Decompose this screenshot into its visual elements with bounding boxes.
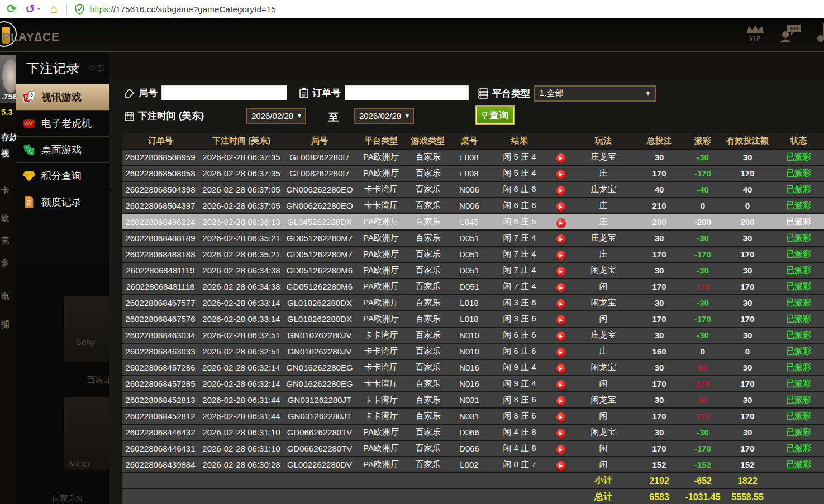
col-header-result: 结果	[489, 136, 550, 146]
col-header-valid: 有效投注额	[722, 136, 773, 146]
sidebar-item-video-games[interactable]: K♥9 视讯游戏	[16, 84, 109, 110]
grand-total-row: 总计6583-1031.455558.55	[122, 489, 824, 504]
table-header: 订单号 下注时间 (美东) 局号 平台类型 游戏类型 桌号 结果 玩法 总投注 …	[122, 133, 824, 148]
status-badge: 已派彩	[773, 281, 824, 292]
replay-button[interactable]: ▶	[556, 380, 566, 390]
status-badge: 已派彩	[773, 249, 824, 260]
platform-type-field: 平台类型 1.全部▼	[478, 85, 656, 102]
chevron-down-icon: ▼	[297, 113, 302, 119]
status-badge: 已派彩	[773, 346, 824, 357]
search-button[interactable]: ⚲查询	[475, 105, 515, 125]
replay-button[interactable]: ▶	[556, 461, 566, 471]
vip-crown-icon[interactable]: VIP	[746, 24, 765, 42]
back-icon[interactable]: ↺▼	[26, 2, 41, 16]
replay-button[interactable]: ▶	[556, 429, 566, 438]
replay-button[interactable]: ▶	[556, 251, 566, 260]
home-icon[interactable]: ⌂	[50, 2, 57, 16]
customer-service-icon[interactable]	[779, 23, 802, 42]
order-number-input[interactable]	[345, 85, 469, 100]
col-header-status: 状态	[773, 136, 824, 146]
calendar-icon	[125, 111, 134, 121]
replay-button[interactable]: ▶	[556, 186, 566, 195]
table-row: 2602280685089592026-02-28 06:37:35GL0082…	[122, 150, 824, 165]
music-note-icon[interactable]	[816, 23, 824, 42]
sidebar-item-points-query[interactable]: 积分查询	[16, 162, 109, 189]
chevron-down-icon: ▼	[645, 90, 651, 97]
filter-bar: 局号 订单号 平台类型 1.全部▼ 下注时间 (美东)	[109, 79, 824, 132]
date-to-select[interactable]: 2026/02/28▼	[354, 108, 414, 124]
table-row: 2602280684962242026-02-28 06:36:13GL0452…	[122, 214, 824, 229]
sidebar-item-label: 积分查询	[41, 169, 82, 183]
status-badge: 已派彩	[773, 443, 824, 454]
order-number-field: 订单号	[299, 85, 469, 100]
table-row: 2602280685043972026-02-28 06:37:05GN0062…	[122, 198, 824, 213]
to-label: 至	[328, 111, 339, 124]
status-badge: 已派彩	[773, 314, 824, 324]
replay-button[interactable]: ▶	[556, 348, 566, 357]
replay-button[interactable]: ▶	[556, 315, 566, 325]
replay-button[interactable]: ▶	[556, 445, 566, 454]
replay-button[interactable]: ▶	[556, 332, 566, 341]
replay-button[interactable]: ▶	[556, 267, 566, 276]
table-row: 2602280684630332026-02-28 06:32:51GN0102…	[122, 344, 824, 359]
table-body: 2602280685089592026-02-28 06:37:35GL0082…	[122, 150, 824, 504]
table-row: 2602280684464322026-02-28 06:31:10GD0662…	[122, 425, 824, 440]
table-row: 2602280684811192026-02-28 06:34:38GD0512…	[122, 263, 824, 278]
playing-cards-icon: K♥9	[22, 90, 36, 104]
replay-button[interactable]: ▶	[556, 364, 566, 373]
replay-button[interactable]: ▶	[556, 170, 566, 179]
replay-button[interactable]: ▶	[556, 234, 566, 244]
col-header-order: 订单号	[122, 136, 199, 146]
slot-777-icon: 777	[22, 118, 36, 129]
status-badge: 已派彩	[773, 459, 824, 470]
table-row: 2602280684881892026-02-28 06:35:21GD0512…	[122, 231, 824, 246]
platform-type-select[interactable]: 1.全部▼	[534, 85, 656, 102]
diamond-icon	[22, 170, 36, 181]
page-title: 下注记录 全部	[16, 52, 109, 84]
replay-button[interactable]: ▶	[556, 202, 566, 212]
table-row: 2602280684675762026-02-28 06:33:14GL0182…	[122, 311, 824, 327]
table-row: 2602280684881882026-02-28 06:35:21GD0512…	[122, 247, 824, 262]
col-header-payout: 派彩	[684, 136, 722, 146]
sidebar-item-table-games[interactable]: 桌面游戏	[16, 136, 109, 162]
table-row: 2602280684811182026-02-28 06:34:38GD0512…	[122, 279, 824, 294]
search-icon: ⚲	[482, 110, 488, 120]
replay-button[interactable]: ▶	[556, 396, 566, 406]
col-header-table: 桌号	[449, 136, 489, 146]
browser-toolbar: ⟳ ↺▼ ⌂ https://175616.cc/subgame?gameCat…	[0, 0, 824, 18]
replay-button[interactable]: ▶	[556, 153, 566, 163]
brand-logo-text: PLAY∆CE	[2, 30, 60, 44]
dimmed-sidebar-background: Sony 百家乐N Miner 百家乐N	[16, 263, 109, 504]
replay-button[interactable]: ▶	[556, 218, 566, 228]
table-row: 2602280684572862026-02-28 06:32:14GN0162…	[122, 360, 824, 375]
dimmed-thumbnail	[64, 296, 109, 362]
round-number-input[interactable]	[161, 85, 287, 100]
table-row: 2602280684675772026-02-28 06:33:14GL0182…	[122, 295, 824, 310]
table-row: 2602280685043982026-02-28 06:37:05GN0062…	[122, 182, 824, 197]
reload-icon[interactable]: ⟳	[7, 2, 17, 16]
address-bar[interactable]: https://175616.cc/subgame?gameCategoryId…	[90, 4, 276, 14]
sidebar: 下注记录 全部 K♥9 视讯游戏 777 电子老虎机 桌面游戏 积分查询 额度记…	[16, 52, 109, 504]
chevron-down-icon: ▼	[404, 113, 410, 119]
replay-button[interactable]: ▶	[556, 283, 566, 292]
col-header-game: 游戏类型	[407, 136, 449, 146]
status-badge: 已派彩	[773, 233, 824, 243]
toolbar-divider	[66, 3, 67, 15]
status-badge: 已派彩	[773, 200, 824, 211]
replay-button[interactable]: ▶	[556, 412, 566, 422]
platform-list-icon	[478, 88, 488, 99]
round-number-field: 局号	[125, 85, 287, 100]
sidebar-item-quota-records[interactable]: 额度记录	[16, 189, 109, 215]
sidebar-item-label: 视讯游戏	[41, 90, 82, 104]
status-badge: 已派彩	[773, 217, 824, 227]
replay-button[interactable]: ▶	[556, 299, 566, 309]
security-shield-icon[interactable]	[75, 4, 84, 15]
table-row: 2602280684630342026-02-28 06:32:51GN0102…	[122, 328, 824, 343]
sidebar-item-slots[interactable]: 777 电子老虎机	[16, 110, 109, 136]
date-from-select[interactable]: 2026/02/28▼	[246, 108, 306, 124]
col-header-playtype: 玩法	[572, 136, 635, 146]
status-badge: 已派彩	[773, 411, 824, 421]
col-header-total: 总投注	[635, 136, 684, 146]
status-badge: 已派彩	[773, 184, 824, 195]
bet-time-field: 下注时间 (美东)	[125, 109, 204, 122]
